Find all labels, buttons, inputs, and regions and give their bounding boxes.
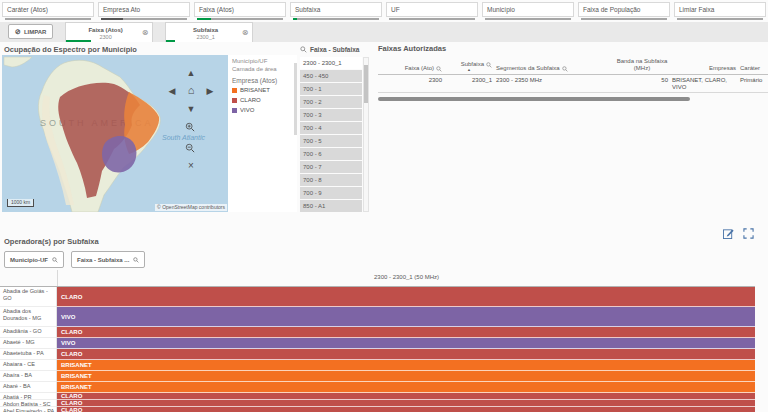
clear-selections-button[interactable]: ⊘ LIMPAR (8, 24, 53, 39)
column-header-empresas[interactable]: Empresas (670, 57, 738, 75)
list-item-700-8[interactable]: 700 - 8 (300, 174, 362, 186)
municipio-label[interactable]: Abaíra - BA (0, 371, 57, 382)
municipio-label[interactable]: Abaetetuba - PA (0, 349, 57, 360)
filter-faixa-atos[interactable]: Faixa (Atos) (194, 2, 286, 17)
remove-selection-icon[interactable]: ⊗ (242, 29, 249, 37)
list-item-700-3[interactable]: 700 - 3 (300, 109, 362, 121)
operator-bar[interactable]: CLARO (57, 349, 755, 360)
list-item-700-7[interactable]: 700 - 7 (300, 161, 362, 173)
listbox-header[interactable]: Faixa - Subfaixa (300, 44, 372, 55)
chip-text: Subfaixa2300_1 (176, 26, 234, 40)
list-item-2300-2300-1[interactable]: 2300 - 2300_1 (300, 57, 362, 69)
edit-icon[interactable] (723, 225, 734, 243)
map-home-button[interactable]: ⌂ (185, 86, 197, 95)
list-item-700-2[interactable]: 700 - 2 (300, 96, 362, 108)
search-icon (300, 46, 307, 53)
operator-bar[interactable]: CLARO (57, 327, 755, 338)
municipio-label[interactable]: Abel Figueiredo - PA (0, 407, 57, 412)
fullscreen-icon[interactable] (743, 225, 754, 243)
column-label: Faixa (Ato) (405, 65, 434, 72)
list-item-700-9[interactable]: 700 - 9 (300, 187, 362, 199)
map-clear-button[interactable]: × (185, 161, 197, 170)
legend-swatch (232, 98, 237, 103)
column-header-faixa-ato[interactable]: Faixa (Ato) (378, 57, 444, 75)
operator-bar[interactable]: BRISANET (57, 360, 755, 371)
scrollbar-thumb[interactable] (364, 65, 368, 103)
operator-bar[interactable]: VIVO (57, 307, 755, 327)
operator-bar[interactable]: CLARO (57, 393, 755, 400)
operator-bar[interactable]: VIVO (57, 338, 755, 349)
list-item-450-450[interactable]: 450 - 450 (300, 70, 362, 82)
remove-selection-icon[interactable]: ⊗ (142, 29, 149, 37)
list-item-700-4[interactable]: 700 - 4 (300, 122, 362, 134)
list-item-700-5[interactable]: 700 - 5 (300, 135, 362, 147)
map-pan-down-button[interactable]: ▼ (185, 105, 197, 114)
filter-carater-atos[interactable]: Caráter (Atos) (2, 2, 94, 17)
map[interactable]: SOUTH AMERICA ▲ ◀ ⌂ ▶ ▼ South Atlantic ×… (2, 55, 228, 212)
table-cell[interactable]: 2300 (378, 75, 444, 93)
pivot-dimension-chip-municipio-uf[interactable]: Município-UF (4, 251, 64, 268)
municipio-label[interactable]: Abaré - BA (0, 382, 57, 393)
map-pan-left-button[interactable]: ◀ (166, 87, 178, 96)
municipio-label[interactable]: Abadiânia - GO (0, 327, 57, 338)
selected-filter-chip-faixa-atos[interactable]: Faixa (Atos)2300 ⊗ (65, 22, 153, 42)
operator-bar[interactable]: CLARO (57, 407, 755, 412)
operator-bar[interactable]: BRISANET (57, 382, 755, 393)
list-item-700-1[interactable]: 700 - 1 (300, 83, 362, 95)
filter-subfaixa[interactable]: Subfaixa (290, 2, 382, 17)
operator-bar[interactable]: CLARO (57, 400, 755, 407)
faixa-subfaixa-listbox: Faixa - Subfaixa 2300 - 2300_1450 - 4507… (300, 44, 372, 214)
column-label: Subfaixa (461, 61, 484, 68)
listbox-values: 2300 - 2300_1450 - 450700 - 1700 - 2700 … (300, 57, 362, 213)
operator-bar[interactable]: CLARO (57, 287, 755, 307)
pivot-rows: Abadia de Goiás - GO CLAROAbadia dos Dou… (0, 286, 755, 412)
table-cell[interactable]: Primário (738, 75, 768, 93)
search-icon (52, 257, 58, 263)
municipio-label[interactable]: Abadia dos Dourados - MG (0, 307, 57, 327)
pivot-column-header[interactable]: 2300 - 2300_1 (50 MHz) (58, 270, 755, 285)
legend-item-vivo[interactable]: VIVO (232, 107, 297, 113)
filter-row: Caráter (Atos) Empresa Ato Faixa (Atos) … (2, 2, 766, 17)
table-cell[interactable]: 2300 - 2350 MHz (494, 75, 614, 93)
search-icon (436, 66, 442, 72)
column-header-banda-na-subfaixa-mhz[interactable]: Banda na Subfaixa (MHz) (614, 57, 670, 75)
map-pan-up-button[interactable]: ▲ (185, 69, 197, 78)
municipio-label[interactable]: Abaiara - CE (0, 360, 57, 371)
filter-empresa-ato[interactable]: Empresa Ato (98, 2, 190, 17)
legend-item-claro[interactable]: CLARO (232, 97, 297, 103)
table-cell[interactable]: 50 (614, 75, 670, 93)
municipio-label[interactable]: Abaeté - MG (0, 338, 57, 349)
map-canvas: SOUTH AMERICA (2, 55, 228, 212)
filter-municipio[interactable]: Município (482, 2, 574, 17)
selection-state-bar (5, 18, 91, 21)
legend-items: BRISANET CLARO VIVO (232, 87, 297, 113)
table-cell[interactable]: BRISANET, CLARO, VIVO (670, 75, 738, 93)
listbox-scrollbar[interactable] (363, 57, 369, 212)
selected-filter-chip-subfaixa[interactable]: Subfaixa2300_1 ⊗ (165, 22, 253, 42)
list-item-700-6[interactable]: 700 - 6 (300, 148, 362, 160)
pivot-row: Abel Figueiredo - PA CLARO (0, 407, 755, 412)
operator-bar[interactable]: BRISANET (57, 371, 755, 382)
filter-faixa-de-populacao[interactable]: Faixa de População (578, 2, 670, 17)
map-pan-right-button[interactable]: ▶ (204, 87, 216, 96)
municipio-label[interactable]: Abatiá - PR (0, 393, 57, 400)
municipio-label[interactable]: Abdon Batista - SC (0, 400, 57, 407)
municipio-label[interactable]: Abadia de Goiás - GO (0, 287, 57, 307)
legend-item-brisanet[interactable]: BRISANET (232, 87, 297, 93)
chip-text: Faixa (Atos)2300 (76, 26, 134, 40)
pivot-dimension-chip-faixa-subfaixa[interactable]: Faixa - Subfaixa ... (71, 251, 145, 268)
column-header-segmentos-da-subfaixa[interactable]: Segmentos da Subfaixa (494, 57, 614, 75)
column-header-subfaixa[interactable]: Subfaixa ▲ (444, 57, 494, 75)
legend-group-title: Empresa (Atos) (232, 77, 297, 84)
selection-state-bar (101, 18, 187, 21)
column-label: Empresas (709, 65, 736, 72)
column-header-carater[interactable]: Caráter (738, 57, 768, 75)
filter-limiar-faixa[interactable]: Limiar Faixa (674, 2, 766, 17)
list-item-850-a1[interactable]: 850 - A1 (300, 200, 362, 212)
table-horizontal-scrollbar[interactable] (378, 97, 690, 101)
search-icon (133, 257, 139, 263)
filter-uf[interactable]: UF (386, 2, 478, 17)
table-cell[interactable]: 2300_1 (444, 75, 494, 93)
legend-scrollbar[interactable] (294, 63, 297, 135)
filter-label: Faixa (Atos) (195, 3, 285, 16)
